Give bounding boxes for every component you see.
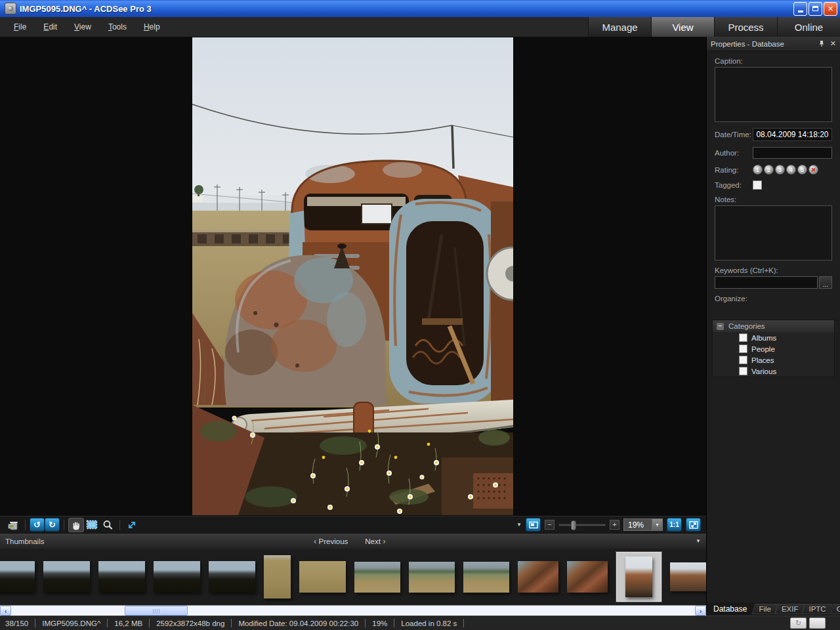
toolbar-caret-icon[interactable]: ▼ <box>516 522 522 528</box>
zoom-tool-icon[interactable] <box>100 518 116 532</box>
various-checkbox[interactable] <box>739 367 747 375</box>
notes-input[interactable] <box>715 205 832 261</box>
close-button[interactable]: ✕ <box>824 2 837 16</box>
tab-file[interactable]: File <box>753 604 776 614</box>
image-canvas[interactable] <box>0 37 706 516</box>
acdsee-window: IMGP5095.DNG^ - ACDSee Pro 3 ✕ File Edit… <box>0 0 840 630</box>
thumbnail[interactable] <box>463 562 509 593</box>
panel-close-icon[interactable]: ✕ <box>830 39 836 48</box>
keywords-more-button[interactable]: ... <box>819 276 832 289</box>
thumbnails-menu-caret-icon[interactable]: ▼ <box>696 538 701 544</box>
pin-icon[interactable] <box>818 40 825 47</box>
category-places[interactable]: Places <box>713 354 834 366</box>
thumbnail[interactable] <box>98 561 145 593</box>
tab-custom[interactable]: Custom <box>831 604 840 614</box>
resize-arrows-icon[interactable] <box>124 518 140 532</box>
thumbnail[interactable] <box>154 561 200 593</box>
tab-online[interactable]: Online <box>777 17 840 37</box>
rating-1[interactable]: 1 <box>753 165 763 175</box>
minimize-button[interactable] <box>793 2 807 16</box>
thumbnail[interactable] <box>299 561 346 593</box>
thumbnails-header: Thumbnails ‹ Previous Next › ▼ <box>0 533 706 549</box>
status-load-time: Loaded in 0.82 s <box>401 620 457 627</box>
next-button[interactable]: Next › <box>365 536 385 546</box>
category-various[interactable]: Various <box>713 366 834 377</box>
tab-exif[interactable]: EXIF <box>776 604 804 614</box>
status-filename: IMGP5095.DNG^ <box>42 620 100 627</box>
caption-label: Caption: <box>715 57 832 65</box>
tab-database[interactable]: Database <box>707 603 753 615</box>
rating-3[interactable]: 3 <box>775 165 785 175</box>
thumbnail[interactable] <box>0 561 35 593</box>
refresh-icon[interactable]: ↻ <box>790 618 807 629</box>
zoom-dropdown-icon[interactable]: ▼ <box>652 518 663 531</box>
tagged-checkbox[interactable] <box>753 180 762 190</box>
rating-clear-icon[interactable]: ✖ <box>808 165 818 175</box>
keywords-input[interactable] <box>715 276 818 289</box>
thumbnail[interactable] <box>354 562 400 593</box>
pan-hand-icon[interactable] <box>68 518 84 532</box>
tab-iptc[interactable]: IPTC <box>803 604 831 614</box>
fit-to-window-icon[interactable] <box>686 518 701 532</box>
zoom-in-button[interactable]: + <box>610 520 620 530</box>
menu-tools[interactable]: Tools <box>102 20 133 34</box>
thumbnail[interactable] <box>43 561 90 593</box>
people-checkbox[interactable] <box>739 345 747 353</box>
rating-label: Rating: <box>715 166 753 174</box>
scroll-left-icon[interactable]: ‹ <box>0 606 11 616</box>
category-people[interactable]: People <box>713 343 834 354</box>
tab-manage[interactable]: Manage <box>588 17 651 37</box>
thumbnail-selected[interactable] <box>616 552 662 602</box>
category-albums[interactable]: Albums <box>713 332 834 343</box>
author-label: Author: <box>715 149 753 157</box>
albums-checkbox[interactable] <box>739 333 747 342</box>
blank-status-button[interactable] <box>809 618 826 629</box>
tab-view[interactable]: View <box>651 17 714 37</box>
places-label: Places <box>751 356 774 364</box>
maximize-button[interactable] <box>808 2 822 16</box>
tab-process[interactable]: Process <box>714 17 777 37</box>
datetime-label: Date/Time: <box>715 131 753 138</box>
menu-view[interactable]: View <box>68 20 97 34</box>
collapse-icon[interactable]: − <box>717 323 724 330</box>
trash-photo-icon[interactable] <box>5 518 21 532</box>
previous-button[interactable]: ‹ Previous <box>314 536 348 546</box>
author-input[interactable] <box>753 147 832 159</box>
thumbnail[interactable] <box>518 561 558 593</box>
viewer-toolbar: ↺ ↻ <box>0 516 706 533</box>
rotate-left-icon[interactable]: ↺ <box>30 518 45 532</box>
thumbnail[interactable] <box>625 556 652 597</box>
thumbnail[interactable] <box>567 561 608 593</box>
scrollbar-thumb[interactable] <box>125 606 188 616</box>
thumbnail[interactable] <box>409 562 455 593</box>
rotate-right-icon[interactable]: ↻ <box>45 518 60 532</box>
places-checkbox[interactable] <box>739 356 747 364</box>
rating-2[interactable]: 2 <box>764 165 774 175</box>
zoom-slider-thumb[interactable] <box>571 520 576 530</box>
mode-tabs: Manage View Process Online <box>588 17 840 37</box>
rating-4[interactable]: 4 <box>786 165 796 175</box>
thumbnail-scrollbar[interactable]: ‹ › <box>0 605 706 616</box>
menu-file[interactable]: File <box>8 20 32 34</box>
menu-help[interactable]: Help <box>138 20 166 34</box>
rating-5[interactable]: 5 <box>797 165 807 175</box>
status-bar: 38/150 IMGP5095.DNG^ 16,2 MB 2592x3872x4… <box>0 616 840 630</box>
thumbnail[interactable] <box>209 561 255 593</box>
zoom-combo[interactable]: 19% ▼ <box>623 518 663 531</box>
metadata-tabs: Database File EXIF IPTC Custom <box>707 602 840 616</box>
select-tool-icon[interactable] <box>84 518 100 532</box>
categories-header[interactable]: − Categories <box>713 320 834 332</box>
thumbnail[interactable] <box>264 555 291 598</box>
fit-image-icon[interactable] <box>526 518 541 532</box>
actual-size-button[interactable]: 1:1 <box>667 518 682 532</box>
scroll-right-icon[interactable]: › <box>695 606 706 616</box>
status-filesize: 16,2 MB <box>114 620 142 627</box>
zoom-value[interactable]: 19% <box>623 518 652 531</box>
menu-edit[interactable]: Edit <box>37 20 63 34</box>
previous-chevron-icon: ‹ <box>314 536 316 546</box>
caption-input[interactable] <box>715 67 832 122</box>
zoom-out-button[interactable]: − <box>545 520 555 530</box>
datetime-value[interactable]: 08.04.2009 14:18:20 <box>753 128 832 141</box>
thumbnail[interactable] <box>670 562 706 591</box>
zoom-slider[interactable] <box>558 524 606 526</box>
